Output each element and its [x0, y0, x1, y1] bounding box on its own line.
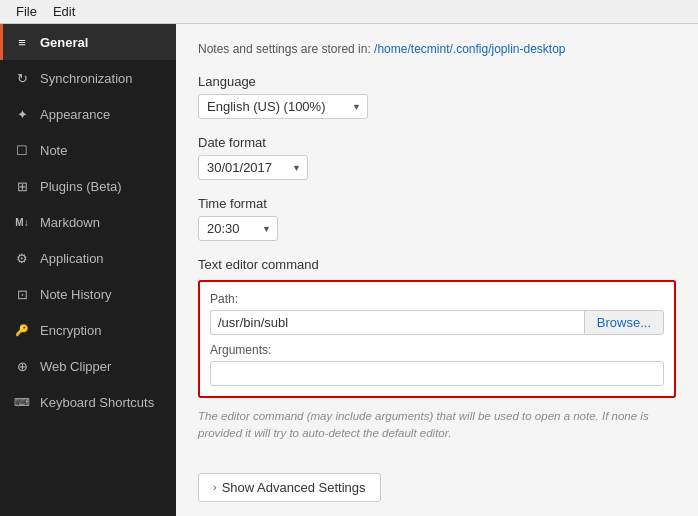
time-format-select[interactable]: 20:30: [198, 216, 278, 241]
arguments-label: Arguments:: [210, 343, 664, 357]
menubar: File Edit: [0, 0, 698, 24]
sidebar-item-markdown[interactable]: M↓ Markdown: [0, 204, 176, 240]
sidebar-item-note[interactable]: ☐ Note: [0, 132, 176, 168]
main-layout: ≡ General ↻ Synchronization ✦ Appearance…: [0, 24, 698, 516]
general-icon: ≡: [14, 34, 30, 50]
date-select-wrapper: 30/01/2017: [198, 155, 308, 180]
keyboard-icon: ⌨: [14, 394, 30, 410]
time-format-field-group: Time format 20:30: [198, 196, 676, 241]
info-text-prefix: Notes and settings are stored in:: [198, 42, 374, 56]
sidebar-item-encryption[interactable]: 🔑 Encryption: [0, 312, 176, 348]
application-icon: ⚙: [14, 250, 30, 266]
browse-button[interactable]: Browse...: [584, 310, 664, 335]
language-field-group: Language English (US) (100%): [198, 74, 676, 119]
text-editor-field-group: Text editor command Path: Browse... Argu…: [198, 257, 676, 443]
sidebar-item-synchronization[interactable]: ↻ Synchronization: [0, 60, 176, 96]
path-row: Browse...: [210, 310, 664, 335]
sidebar-item-application[interactable]: ⚙ Application: [0, 240, 176, 276]
config-path-link[interactable]: /home/tecmint/.config/joplin-desktop: [374, 42, 565, 56]
synchronization-icon: ↻: [14, 70, 30, 86]
note-icon: ☐: [14, 142, 30, 158]
time-select-wrapper: 20:30: [198, 216, 278, 241]
menu-edit[interactable]: Edit: [45, 2, 83, 21]
sidebar-item-web-clipper[interactable]: ⊕ Web Clipper: [0, 348, 176, 384]
settings-content: Notes and settings are stored in: /home/…: [176, 24, 698, 516]
text-editor-label: Text editor command: [198, 257, 676, 272]
path-label: Path:: [210, 292, 664, 306]
info-text: Notes and settings are stored in: /home/…: [198, 42, 676, 56]
sidebar-item-plugins[interactable]: ⊞ Plugins (Beta): [0, 168, 176, 204]
sidebar-item-note-history[interactable]: ⊡ Note History: [0, 276, 176, 312]
sidebar: ≡ General ↻ Synchronization ✦ Appearance…: [0, 24, 176, 516]
chevron-right-icon: ›: [213, 481, 217, 493]
sidebar-label-plugins: Plugins (Beta): [40, 179, 122, 194]
sidebar-label-keyboard-shortcuts: Keyboard Shortcuts: [40, 395, 154, 410]
sidebar-item-general[interactable]: ≡ General: [0, 24, 176, 60]
helper-text: The editor command (may include argument…: [198, 408, 676, 443]
web-clipper-icon: ⊕: [14, 358, 30, 374]
path-input[interactable]: [210, 310, 584, 335]
sidebar-label-appearance: Appearance: [40, 107, 110, 122]
sidebar-label-synchronization: Synchronization: [40, 71, 133, 86]
date-format-label: Date format: [198, 135, 676, 150]
menu-file[interactable]: File: [8, 2, 45, 21]
plugins-icon: ⊞: [14, 178, 30, 194]
markdown-icon: M↓: [14, 214, 30, 230]
time-format-label: Time format: [198, 196, 676, 211]
language-label: Language: [198, 74, 676, 89]
sidebar-label-web-clipper: Web Clipper: [40, 359, 111, 374]
sidebar-item-keyboard-shortcuts[interactable]: ⌨ Keyboard Shortcuts: [0, 384, 176, 420]
sidebar-label-note-history: Note History: [40, 287, 112, 302]
sidebar-label-encryption: Encryption: [40, 323, 101, 338]
date-format-field-group: Date format 30/01/2017: [198, 135, 676, 180]
note-history-icon: ⊡: [14, 286, 30, 302]
sidebar-label-note: Note: [40, 143, 67, 158]
sidebar-item-appearance[interactable]: ✦ Appearance: [0, 96, 176, 132]
sidebar-label-markdown: Markdown: [40, 215, 100, 230]
date-format-select[interactable]: 30/01/2017: [198, 155, 308, 180]
text-editor-box: Path: Browse... Arguments:: [198, 280, 676, 398]
show-advanced-settings-button[interactable]: › Show Advanced Settings: [198, 473, 381, 502]
arguments-input[interactable]: [210, 361, 664, 386]
advanced-settings-label: Show Advanced Settings: [222, 480, 366, 495]
active-indicator: [0, 24, 3, 60]
language-select-wrapper: English (US) (100%): [198, 94, 368, 119]
encryption-icon: 🔑: [14, 322, 30, 338]
appearance-icon: ✦: [14, 106, 30, 122]
language-select[interactable]: English (US) (100%): [198, 94, 368, 119]
sidebar-label-application: Application: [40, 251, 104, 266]
sidebar-label-general: General: [40, 35, 88, 50]
